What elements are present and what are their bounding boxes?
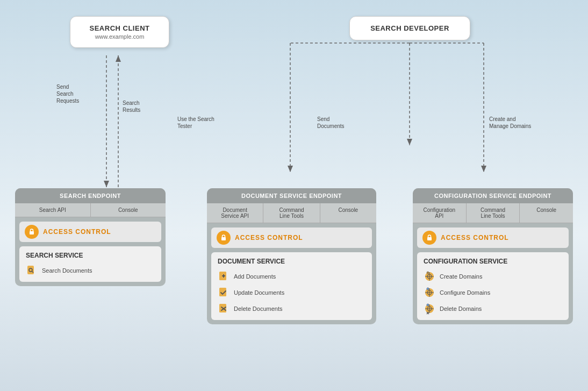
search-sub-items: Search API Console <box>15 203 166 217</box>
svg-marker-9 <box>104 181 109 187</box>
config-console-item: Console <box>520 203 573 223</box>
delete-documents-icon <box>218 303 230 315</box>
update-documents-item: Update Documents <box>218 287 365 298</box>
config-endpoint-header: CONFIGURATION SERVICE ENDPOINT <box>413 188 573 203</box>
config-sub-items: ConfigurationAPI CommandLine Tools Conso… <box>413 203 573 223</box>
delete-domains-item: Delete Domains <box>424 303 562 315</box>
add-documents-icon <box>218 271 230 282</box>
add-documents-item: Add Documents <box>218 271 365 282</box>
search-developer-title: SEARCH DEVELOPER <box>361 24 459 32</box>
search-access-control: ACCESS CONTROL <box>19 222 161 242</box>
search-documents-item: Search Documents <box>26 265 155 276</box>
document-service-title: DOCUMENT SERVICE <box>218 258 365 265</box>
svg-marker-5 <box>288 166 293 172</box>
label-use-search-tester: Use the SearchTester <box>177 116 214 130</box>
configure-domains-item: Configure Domains <box>424 287 562 298</box>
config-api-item: ConfigurationAPI <box>413 203 467 223</box>
search-service-title: SEARCH SERVICE <box>26 252 155 259</box>
search-service-section: SEARCH SERVICE Search Documents <box>19 246 161 282</box>
config-access-control-text: ACCESS CONTROL <box>441 234 509 241</box>
svg-rect-24 <box>427 237 432 240</box>
label-send-search: SendSearchRequests <box>56 83 79 104</box>
search-lock-icon <box>25 225 39 239</box>
doc-cmdline-item: CommandLine Tools <box>263 203 320 223</box>
delete-documents-label: Delete Documents <box>234 305 283 312</box>
search-documents-label: Search Documents <box>42 267 92 274</box>
delete-domains-icon <box>424 303 435 315</box>
search-client-box: SEARCH CLIENT www.example.com <box>70 16 169 48</box>
create-domains-icon <box>424 271 435 282</box>
search-api-item: Search API <box>15 203 91 217</box>
search-client-title: SEARCH CLIENT <box>81 24 158 32</box>
svg-marker-11 <box>116 55 121 62</box>
search-access-control-text: ACCESS CONTROL <box>43 228 111 236</box>
document-access-control-text: ACCESS CONTROL <box>235 234 303 241</box>
configure-domains-icon <box>424 287 435 298</box>
svg-marker-6 <box>407 139 412 145</box>
diagram-container: SEARCH CLIENT www.example.com SEARCH DEV… <box>0 0 588 391</box>
svg-rect-16 <box>221 237 226 240</box>
search-developer-box: SEARCH DEVELOPER <box>349 16 470 40</box>
delete-documents-item: Delete Documents <box>218 303 365 315</box>
search-endpoint-header: SEARCH ENDPOINT <box>15 188 166 203</box>
search-client-subtitle: www.example.com <box>81 33 158 40</box>
svg-marker-7 <box>481 166 486 172</box>
create-domains-item: Create Domains <box>424 271 562 282</box>
search-endpoint-panel: SEARCH ENDPOINT Search API Console ACCES… <box>15 188 166 286</box>
svg-point-36 <box>427 288 429 290</box>
delete-domains-label: Delete Domains <box>440 305 482 312</box>
configure-domains-label: Configure Domains <box>440 289 490 296</box>
update-documents-icon <box>218 287 230 298</box>
label-send-documents: SendDocuments <box>317 116 345 130</box>
doc-service-api-item: DocumentService API <box>207 203 263 223</box>
svg-rect-13 <box>27 266 34 274</box>
config-service-section: CONFIGURATION SERVICE Create Domains <box>417 252 569 320</box>
add-documents-label: Add Documents <box>234 273 276 280</box>
label-create-manage: Create andManage Domains <box>489 116 531 130</box>
config-service-title: CONFIGURATION SERVICE <box>424 258 562 265</box>
config-lock-icon <box>422 231 436 245</box>
document-service-section: DOCUMENT SERVICE Add Documents Update Do… <box>211 252 372 320</box>
document-sub-items: DocumentService API CommandLine Tools Co… <box>207 203 376 223</box>
document-endpoint-panel: DOCUMENT SERVICE ENDPOINT DocumentServic… <box>207 188 376 324</box>
config-cmdline-item: CommandLine Tools <box>467 203 520 223</box>
svg-point-41 <box>427 304 429 306</box>
search-documents-icon <box>26 265 38 276</box>
update-documents-label: Update Documents <box>234 289 284 296</box>
doc-console-item: Console <box>320 203 376 223</box>
document-access-control: ACCESS CONTROL <box>211 228 372 248</box>
config-access-control: ACCESS CONTROL <box>417 228 569 248</box>
config-endpoint-panel: CONFIGURATION SERVICE ENDPOINT Configura… <box>413 188 573 324</box>
create-domains-label: Create Domains <box>440 273 482 280</box>
search-console-item: Console <box>91 203 166 217</box>
document-endpoint-header: DOCUMENT SERVICE ENDPOINT <box>207 188 376 203</box>
svg-rect-12 <box>30 231 34 234</box>
label-search-results: SearchResults <box>123 99 140 113</box>
document-lock-icon <box>217 231 231 245</box>
